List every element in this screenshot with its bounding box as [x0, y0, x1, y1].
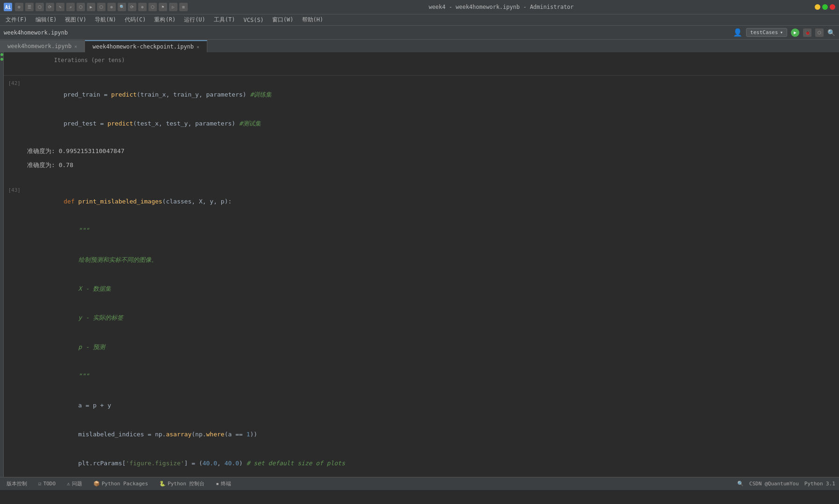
main-area: Iterations (per tens) [42] pred_train = … — [0, 52, 839, 477]
menu-edit[interactable]: 编辑(E) — [32, 15, 61, 25]
output-line-1: 准确度为: 0.9952153110047847 — [27, 144, 839, 158]
tb-icon-1[interactable]: ⚙ — [15, 3, 23, 11]
cell-42: [42] pred_train = predict(train_x, train… — [4, 77, 839, 176]
terminal-icon: ▪ — [216, 481, 219, 487]
tab-checkpoint[interactable]: week4homework-checkpoint.ipynb ✕ — [85, 40, 207, 52]
app-icon: Ai — [4, 3, 12, 11]
tab-bar: week4homework.ipynb ✕ week4homework-chec… — [0, 39, 839, 52]
status-bar: 版本控制 ☑ TODO ⚠ 问题 📦 Python Packages 🐍 Pyt… — [0, 477, 839, 490]
terminal-label: 终端 — [221, 480, 231, 487]
code-line: """ — [27, 362, 839, 391]
status-python-packages[interactable]: 📦 Python Packages — [91, 481, 151, 487]
menu-tools[interactable]: 工具(T) — [210, 15, 239, 25]
tab-label-2: week4homework-checkpoint.ipynb — [92, 43, 194, 50]
status-terminal[interactable]: ▪ 终端 — [213, 480, 234, 487]
code-line: a = p + y — [27, 391, 839, 420]
coverage-button[interactable]: ⬡ — [815, 28, 824, 37]
tb-icon-13[interactable]: ⊕ — [138, 3, 147, 11]
code-line: def print_mislabeled_images(classes, X, … — [27, 187, 839, 216]
cell-43: [43] def print_mislabeled_images(classes… — [4, 183, 839, 477]
gutter-indicator-2 — [0, 58, 3, 61]
version-control-label: 版本控制 — [7, 480, 27, 487]
status-problems[interactable]: ⚠ 问题 — [64, 480, 85, 487]
package-icon: 📦 — [93, 481, 100, 487]
status-search-icon[interactable]: 🔍 — [737, 481, 744, 487]
tb-icon-10[interactable]: ⊕ — [107, 3, 116, 11]
code-line: X - 数据集 — [27, 274, 839, 303]
code-line: p - 预测 — [27, 333, 839, 362]
cell-content-42: pred_train = predict(train_x, train_y, p… — [23, 77, 839, 176]
menu-refactor[interactable]: 重构(R) — [150, 15, 179, 25]
code-line: 绘制预测和实标不同的图像。 — [27, 245, 839, 274]
user-icon[interactable]: 👤 — [733, 28, 742, 37]
tb-icon-15[interactable]: ⚑ — [159, 3, 167, 11]
cell-number-43: [43] — [5, 183, 23, 477]
cell-number-42: [42] — [5, 77, 23, 176]
python-version: Python 3.1 — [804, 481, 835, 487]
tab-close-2[interactable]: ✕ — [197, 44, 199, 49]
menu-file[interactable]: 文件(F) — [2, 15, 31, 25]
warning-icon: ⚠ — [67, 481, 70, 487]
code-line: """ — [27, 216, 839, 245]
title-bar: Ai ⚙ ☰ ⬡ ⟳ ✎ ↗ ⬡ ▶ ⬡ ⊕ 🔍 ⟳ ⊕ ⬡ ⚑ ▷ ⊞ wee… — [0, 0, 839, 14]
tb-icon-8[interactable]: ▶ — [87, 3, 95, 11]
toolbar-icons: ⚙ ☰ ⬡ ⟳ ✎ ↗ ⬡ ▶ ⬡ ⊕ 🔍 ⟳ ⊕ ⬡ ⚑ ▷ ⊞ — [15, 3, 188, 11]
current-file-name: week4homework.ipynb — [4, 29, 68, 36]
menu-window[interactable]: 窗口(W) — [268, 15, 297, 25]
python-console-label: Python 控制台 — [168, 480, 204, 487]
menu-code[interactable]: 代码(C) — [121, 15, 150, 25]
todo-label: TODO — [43, 481, 56, 487]
output-line-2: 准确度为: 0.78 — [27, 158, 839, 172]
menu-run[interactable]: 运行(U) — [180, 15, 209, 25]
tb-icon-5[interactable]: ✎ — [56, 3, 64, 11]
left-gutter — [0, 52, 4, 477]
minimize-btn[interactable] — [815, 4, 820, 10]
tb-icon-2[interactable]: ☰ — [25, 3, 34, 11]
cell-content-43: def print_mislabeled_images(classes, X, … — [23, 183, 839, 477]
tb-icon-9[interactable]: ⬡ — [97, 3, 106, 11]
secondary-toolbar: week4homework.ipynb 👤 testCases ▾ ▶ 🐞 ⬡ … — [0, 25, 839, 39]
close-btn[interactable] — [830, 4, 835, 10]
code-line: mislabeled_indices = np.asarray(np.where… — [27, 420, 839, 449]
status-version-control[interactable]: 版本控制 — [4, 480, 30, 487]
tab-close-1[interactable]: ✕ — [74, 44, 77, 49]
problems-label: 问题 — [72, 480, 82, 487]
gutter-indicator-1 — [0, 53, 3, 56]
window-title: week4 - week4homework.ipynb - Administra… — [190, 4, 812, 10]
menu-vcs[interactable]: VCS(S) — [240, 16, 268, 24]
tb-icon-17[interactable]: ⊞ — [179, 3, 188, 11]
tb-icon-12[interactable]: ⟳ — [128, 3, 136, 11]
run-button[interactable]: ▶ — [791, 28, 799, 37]
tb-icon-16[interactable]: ▷ — [169, 3, 177, 11]
status-bar-right: 🔍 CSDN @QuantumYou Python 3.1 — [737, 481, 835, 487]
menu-bar: 文件(F) 编辑(E) 视图(V) 导航(N) 代码(C) 重构(R) 运行(U… — [0, 14, 839, 25]
tb-icon-6[interactable]: ↗ — [66, 3, 75, 11]
debug-button[interactable]: 🐞 — [803, 28, 811, 37]
run-config-selector[interactable]: testCases ▾ — [746, 28, 787, 37]
console-icon: 🐍 — [159, 481, 166, 487]
tab-label-1: week4homework.ipynb — [7, 43, 71, 49]
toolbar-right: 👤 testCases ▾ ▶ 🐞 ⬡ 🔍 — [733, 28, 835, 37]
global-search-icon[interactable]: 🔍 — [827, 29, 835, 36]
menu-view[interactable]: 视图(V) — [61, 15, 90, 25]
csdn-attribution: CSDN @QuantumYou — [749, 481, 799, 487]
window-controls[interactable] — [815, 4, 835, 10]
menu-help[interactable]: 帮助(H) — [298, 15, 327, 25]
maximize-btn[interactable] — [822, 4, 828, 10]
code-line: pred_train = predict(train_x, train_y, p… — [27, 80, 839, 109]
tb-icon-11[interactable]: 🔍 — [118, 3, 126, 11]
tb-icon-14[interactable]: ⬡ — [148, 3, 157, 11]
code-line: y - 实际的标签 — [27, 304, 839, 333]
tb-icon-7[interactable]: ⬡ — [77, 3, 85, 11]
code-line: pred_test = predict(test_x, test_y, para… — [27, 109, 839, 138]
status-todo[interactable]: ☑ TODO — [35, 481, 58, 487]
status-python-console[interactable]: 🐍 Python 控制台 — [156, 480, 207, 487]
code-line: plt.rcParams['figure.figsize'] = (40.0, … — [27, 449, 839, 477]
python-packages-label: Python Packages — [102, 481, 148, 487]
menu-nav[interactable]: 导航(N) — [91, 15, 120, 25]
tab-week4homework[interactable]: week4homework.ipynb ✕ — [0, 40, 85, 52]
tb-icon-4[interactable]: ⟳ — [46, 3, 54, 11]
tb-icon-3[interactable]: ⬡ — [35, 3, 44, 11]
todo-icon: ☑ — [38, 481, 42, 487]
code-editor[interactable]: Iterations (per tens) [42] pred_train = … — [4, 52, 839, 477]
